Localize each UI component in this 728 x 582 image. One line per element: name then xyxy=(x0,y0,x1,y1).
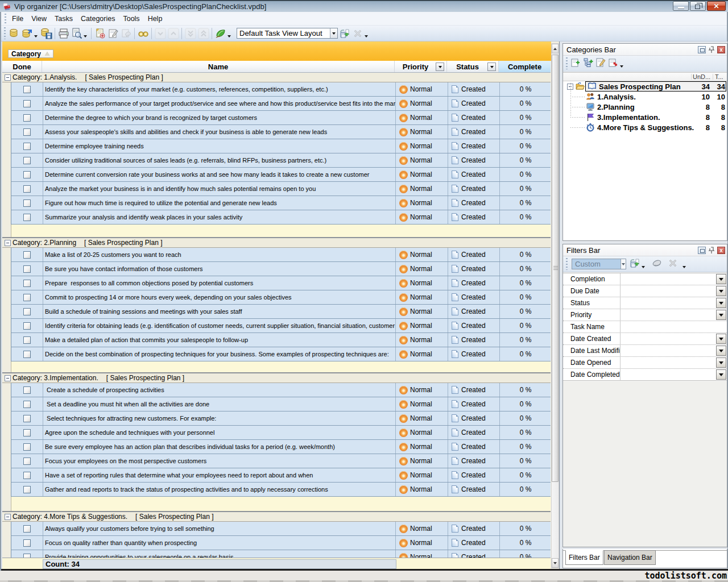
task-status-cell[interactable]: Created xyxy=(448,290,499,304)
group-row[interactable]: Category: 1.Analysis.[ Sales Prospecting… xyxy=(2,73,551,82)
tree-root-row[interactable]: Sales Prospecting Plan3434 xyxy=(563,81,727,92)
task-priority-cell[interactable]: Normal xyxy=(395,383,448,397)
task-checkbox[interactable] xyxy=(23,472,31,479)
task-name-cell[interactable]: Always qualify your customers before try… xyxy=(43,522,395,535)
task-priority-cell[interactable]: Normal xyxy=(395,262,448,276)
task-complete-cell[interactable]: 0 % xyxy=(499,97,551,110)
column-header-status[interactable]: Status xyxy=(447,61,499,72)
task-name-cell[interactable]: Agree upon the schedule and techniques w… xyxy=(43,426,395,439)
task-row[interactable]: Identify the key characteristics of your… xyxy=(11,82,551,97)
task-checkbox[interactable] xyxy=(23,386,31,394)
task-name-cell[interactable]: Summarize your analysis and identify wea… xyxy=(43,210,395,224)
task-name-cell[interactable]: Identify criteria for obtaining leads (e… xyxy=(43,319,395,332)
task-checkbox[interactable] xyxy=(23,486,31,493)
task-priority-cell[interactable]: Normal xyxy=(395,522,448,535)
scrollbar-thumb[interactable] xyxy=(552,55,559,482)
task-name-cell[interactable]: Be sure every employee has an action pla… xyxy=(43,440,395,454)
task-priority-cell[interactable]: Normal xyxy=(395,483,448,496)
view-dropdown-icon[interactable] xyxy=(228,35,231,38)
task-row[interactable]: Build a schedule of training sessions an… xyxy=(11,305,551,319)
task-priority-cell[interactable]: Normal xyxy=(395,426,448,439)
task-complete-cell[interactable]: 0 % xyxy=(499,536,551,550)
filters-toolbar-dropdown-icon[interactable] xyxy=(682,266,686,268)
categories-pin-button[interactable] xyxy=(708,46,715,53)
task-row[interactable]: Prepare responses to all common objectio… xyxy=(11,276,551,290)
task-priority-cell[interactable]: Normal xyxy=(395,290,448,304)
task-row[interactable]: Determine the degree to which your brand… xyxy=(11,111,551,125)
task-priority-cell[interactable]: Normal xyxy=(395,347,448,361)
add-subcategory-button[interactable] xyxy=(582,57,594,70)
filter-dropdown-button[interactable] xyxy=(716,334,726,344)
filters-pin-button[interactable] xyxy=(708,247,715,254)
task-checkbox[interactable] xyxy=(23,143,31,150)
clear-filter-button[interactable] xyxy=(651,258,663,271)
task-complete-cell[interactable]: 0 % xyxy=(499,196,551,210)
task-checkbox[interactable] xyxy=(23,415,31,422)
task-row[interactable]: Figure out how much time is required to … xyxy=(11,196,551,210)
assign-task-button[interactable] xyxy=(119,27,133,40)
menu-tasks[interactable]: Tasks xyxy=(51,13,77,24)
filter-dropdown-button[interactable] xyxy=(716,286,726,296)
dock-tab-navigation-bar[interactable]: Navigation Bar xyxy=(604,550,656,565)
task-checkbox[interactable] xyxy=(23,539,31,547)
task-checkbox[interactable] xyxy=(23,336,31,344)
task-complete-cell[interactable]: 0 % xyxy=(499,168,551,181)
task-name-cell[interactable]: Be sure you have contact information of … xyxy=(43,262,395,276)
find-button[interactable] xyxy=(136,27,150,40)
task-status-cell[interactable]: Created xyxy=(448,426,499,439)
move-bottom-button[interactable] xyxy=(184,27,197,40)
task-row[interactable]: Select techniques for attracting new cus… xyxy=(11,411,551,426)
task-priority-cell[interactable]: Normal xyxy=(395,319,448,332)
filter-dropdown-button[interactable] xyxy=(716,346,726,356)
task-status-cell[interactable]: Created xyxy=(448,305,499,318)
task-row[interactable]: Analyze the market your business is in a… xyxy=(11,182,551,196)
delete-filter-button[interactable] xyxy=(667,258,679,271)
task-name-cell[interactable]: Assess your salespeople's skills and abi… xyxy=(43,125,395,139)
task-row[interactable]: Assess your salespeople's skills and abi… xyxy=(11,125,551,139)
task-name-cell[interactable]: Commit to prospecting 14 or more hours e… xyxy=(43,290,395,304)
filter-dropdown-button[interactable] xyxy=(716,369,726,380)
task-complete-cell[interactable]: 0 % xyxy=(499,153,551,167)
task-checkbox[interactable] xyxy=(23,458,31,465)
save-filter-button[interactable] xyxy=(628,258,641,271)
task-status-cell[interactable]: Created xyxy=(448,550,499,558)
task-status-cell[interactable]: Created xyxy=(448,111,499,124)
task-complete-cell[interactable]: 0 % xyxy=(499,139,551,153)
task-checkbox[interactable] xyxy=(23,429,31,436)
task-status-cell[interactable]: Created xyxy=(448,397,499,411)
task-name-cell[interactable]: Analyze the sales performance of your ta… xyxy=(43,97,395,110)
filters-close-button[interactable]: x xyxy=(717,247,725,254)
task-priority-cell[interactable]: Normal xyxy=(395,440,448,454)
task-name-cell[interactable]: Figure out how much time is required to … xyxy=(43,196,395,210)
move-top-button[interactable] xyxy=(197,27,210,40)
move-up-button[interactable] xyxy=(167,27,180,40)
task-name-cell[interactable]: Provide training opportunities to your s… xyxy=(43,550,395,558)
task-complete-cell[interactable]: 0 % xyxy=(499,82,551,96)
task-name-cell[interactable]: Set a deadline you must hit when all the… xyxy=(43,397,395,411)
task-checkbox[interactable] xyxy=(23,171,31,178)
edit-task-button[interactable] xyxy=(106,27,119,40)
vertical-scrollbar[interactable] xyxy=(551,43,559,568)
task-complete-cell[interactable]: 0 % xyxy=(499,182,551,196)
task-checkbox[interactable] xyxy=(23,308,31,315)
task-checkbox[interactable] xyxy=(23,199,31,207)
task-name-cell[interactable]: Consider utilizing traditional sources o… xyxy=(43,153,395,167)
task-row[interactable]: Commit to prospecting 14 or more hours e… xyxy=(11,290,551,305)
collapse-group-icon[interactable] xyxy=(5,375,11,381)
print-preview-button[interactable] xyxy=(70,27,83,40)
scroll-up-button[interactable] xyxy=(552,44,559,53)
task-priority-cell[interactable]: Normal xyxy=(395,82,448,96)
task-priority-cell[interactable]: Normal xyxy=(395,97,448,110)
tree-category-row[interactable]: 3.Implementation.88 xyxy=(563,112,727,122)
task-status-cell[interactable]: Created xyxy=(448,319,499,332)
task-name-cell[interactable]: Decide on the best combination of prospe… xyxy=(43,347,395,361)
column-header-done[interactable]: Done xyxy=(2,61,42,72)
task-status-cell[interactable]: Created xyxy=(448,125,499,139)
restore-button[interactable] xyxy=(690,1,706,11)
task-name-cell[interactable]: Have a set of reporting rules that deter… xyxy=(43,468,395,482)
task-name-cell[interactable]: Identify the key characteristics of your… xyxy=(43,82,395,96)
priority-filter-button[interactable] xyxy=(436,63,444,71)
filter-preset-dropdown-icon[interactable] xyxy=(621,259,626,269)
task-checkbox[interactable] xyxy=(23,443,31,451)
tree-column-total[interactable]: T... xyxy=(715,73,723,80)
